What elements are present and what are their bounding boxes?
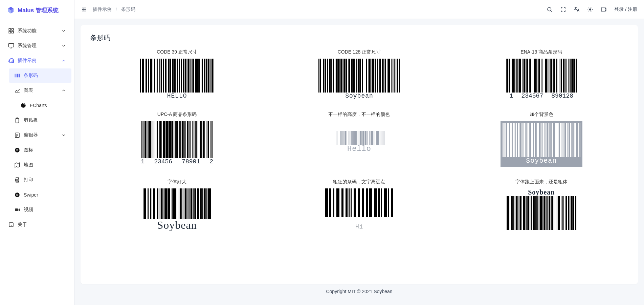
sidebar-item-system-mgmt[interactable]: 系统管理: [3, 39, 71, 53]
svg-rect-170: [536, 59, 537, 93]
sidebar-item-map[interactable]: 地图: [9, 158, 71, 172]
sidebar-item-video[interactable]: 视频: [9, 203, 71, 217]
svg-rect-332: [518, 123, 519, 157]
breadcrumb-parent[interactable]: 插件示例: [93, 6, 112, 13]
svg-rect-439: [210, 188, 211, 219]
svg-rect-199: [570, 59, 571, 93]
barcode-title: ENA-13 商品条形码: [520, 49, 562, 55]
svg-rect-514: [572, 196, 573, 230]
svg-rect-250: [192, 121, 193, 158]
svg-rect-330: [514, 123, 515, 157]
svg-rect-213: [150, 121, 151, 158]
brand[interactable]: Malus 管理系统: [0, 0, 74, 20]
svg-rect-96: [325, 59, 325, 93]
svg-rect-269: [334, 131, 334, 145]
svg-rect-234: [174, 121, 174, 158]
svg-rect-456: [384, 188, 387, 217]
svg-rect-355: [548, 123, 549, 157]
svg-rect-471: [520, 196, 521, 230]
sidebar-item-print[interactable]: 打印: [9, 173, 71, 187]
collapse-sidebar-button[interactable]: [81, 6, 87, 13]
svg-rect-339: [527, 123, 528, 157]
svg-rect-200: [571, 59, 572, 93]
svg-rect-144: [397, 59, 398, 93]
svg-rect-126: [368, 59, 369, 93]
svg-rect-286: [351, 131, 351, 145]
svg-rect-203: [574, 59, 575, 93]
sidebar-item-clipboard[interactable]: 剪贴板: [9, 113, 71, 127]
chevron-up-icon: [61, 58, 66, 63]
sidebar-label: ECharts: [30, 103, 66, 108]
svg-rect-101: [331, 59, 332, 93]
svg-rect-129: [372, 59, 373, 93]
sidebar-item-swiper[interactable]: S Swiper: [9, 188, 71, 202]
svg-marker-22: [15, 163, 20, 167]
svg-rect-446: [349, 188, 350, 217]
svg-rect-229: [168, 121, 169, 158]
svg-rect-486: [539, 196, 539, 230]
svg-rect-71: [181, 59, 182, 93]
svg-rect-453: [374, 188, 377, 217]
sidebar-item-editor[interactable]: 编辑器: [9, 128, 71, 142]
svg-rect-243: [184, 121, 185, 158]
search-button[interactable]: [547, 6, 553, 13]
barcode-title: 字体跑上面来，还是粗体: [515, 179, 568, 185]
fullscreen-button[interactable]: [560, 6, 566, 13]
svg-rect-418: [184, 188, 184, 219]
svg-rect-169: [535, 59, 536, 93]
sidebar-item-icon[interactable]: S 图标: [9, 143, 71, 157]
theme-button[interactable]: [587, 6, 593, 13]
svg-rect-308: [371, 131, 372, 145]
icon-icon: S: [14, 147, 20, 153]
svg-rect-84: [204, 59, 205, 93]
svg-rect-307: [371, 131, 371, 145]
sidebar-item-plugin-demo[interactable]: 插件示例: [3, 54, 71, 68]
svg-rect-152: [513, 59, 514, 93]
svg-rect-467: [515, 196, 515, 230]
svg-rect-374: [570, 123, 571, 157]
svg-rect-407: [171, 188, 171, 219]
barcode-cell-bigfont: 字体好大 Soybean: [90, 179, 264, 231]
svg-rect-9: [17, 74, 17, 78]
svg-rect-142: [394, 59, 395, 93]
svg-rect-274: [339, 131, 339, 145]
svg-rect-215: [153, 121, 153, 158]
settings-button[interactable]: [601, 6, 607, 13]
svg-rect-270: [335, 131, 335, 145]
barcode-title: CODE 39 正常尺寸: [157, 49, 197, 55]
svg-rect-174: [541, 59, 541, 93]
svg-rect-258: [199, 121, 199, 158]
sidebar-item-system-func[interactable]: 系统功能: [3, 24, 71, 38]
logo-icon: [7, 6, 15, 14]
svg-rect-264: [207, 121, 207, 158]
sidebar-item-barcode[interactable]: 条形码: [9, 68, 71, 83]
sidebar-item-echarts[interactable]: ECharts: [15, 98, 71, 113]
svg-rect-235: [175, 121, 176, 158]
svg-rect-414: [179, 188, 179, 219]
svg-rect-315: [379, 131, 379, 145]
svg-rect-380: [578, 123, 578, 157]
svg-rect-341: [530, 123, 530, 157]
svg-rect-417: [183, 188, 183, 219]
sidebar-item-about[interactable]: 关于: [3, 218, 71, 232]
login-link[interactable]: 登录 / 注册: [614, 6, 637, 13]
svg-rect-146: [506, 59, 507, 93]
svg-rect-175: [542, 59, 542, 93]
sidebar-item-chart[interactable]: 图表: [9, 83, 71, 98]
svg-rect-327: [510, 123, 511, 157]
svg-rect-151: [512, 59, 513, 93]
svg-rect-371: [566, 123, 567, 157]
svg-rect-363: [556, 123, 557, 157]
svg-rect-336: [523, 123, 524, 157]
language-button[interactable]: [574, 6, 580, 13]
svg-rect-91: [318, 59, 319, 93]
svg-rect-387: [148, 188, 149, 219]
svg-rect-517: [577, 196, 577, 230]
svg-rect-384: [144, 188, 145, 219]
svg-rect-114: [351, 59, 352, 93]
svg-rect-290: [354, 131, 355, 145]
svg-rect-209: [145, 121, 146, 158]
barcode-value: Soybean: [526, 157, 557, 165]
svg-rect-408: [172, 188, 173, 219]
svg-rect-324: [506, 123, 506, 157]
